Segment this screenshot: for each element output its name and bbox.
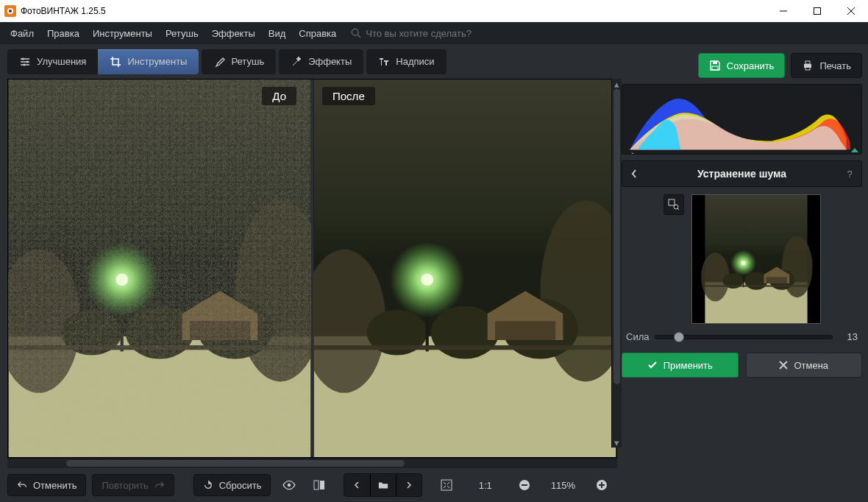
save-label: Сохранить <box>727 60 775 71</box>
zoom-ratio[interactable]: 1:1 <box>464 480 506 491</box>
sliders-icon <box>19 56 31 68</box>
menu-search[interactable] <box>344 28 513 39</box>
panel-title: Устранение шума <box>646 168 838 180</box>
save-icon <box>709 60 721 71</box>
text-icon <box>378 56 390 68</box>
menu-tools[interactable]: Инструменты <box>87 25 158 42</box>
chevron-left-icon <box>353 481 360 489</box>
tab-text-label: Надписи <box>396 56 434 67</box>
histogram[interactable] <box>622 84 862 155</box>
canvas-before: До <box>8 79 311 457</box>
cancel-button[interactable]: Отмена <box>746 353 863 378</box>
scroll-down-icon[interactable]: ▾ <box>612 437 622 448</box>
horizontal-scrollbar[interactable] <box>7 458 617 468</box>
vertical-scrollbar[interactable]: ▴ ▾ <box>611 79 622 448</box>
undo-button[interactable]: Отменить <box>7 474 86 496</box>
canvas[interactable]: До После <box>7 79 617 458</box>
svg-point-23 <box>24 63 26 66</box>
chevron-right-icon <box>405 481 413 489</box>
maximize-button[interactable] <box>800 0 834 22</box>
plus-icon <box>596 479 608 491</box>
tab-text[interactable]: Надписи <box>366 49 446 74</box>
prev-file-button[interactable] <box>344 474 370 496</box>
zoom-out-button[interactable] <box>512 474 536 496</box>
tab-effects[interactable]: Эффекты <box>279 49 363 74</box>
svg-point-19 <box>352 29 359 35</box>
panel-back-button[interactable] <box>622 169 646 179</box>
svg-line-20 <box>357 35 360 38</box>
svg-point-21 <box>22 57 24 60</box>
zoom-in-button[interactable] <box>590 474 614 496</box>
zoom-percent[interactable]: 115% <box>542 480 584 491</box>
tab-retouch[interactable]: Ретушь <box>202 49 276 74</box>
compare-icon <box>313 479 325 491</box>
histogram-marker-right[interactable] <box>851 148 858 152</box>
menu-help[interactable]: Справка <box>293 25 342 42</box>
svg-rect-25 <box>314 481 319 489</box>
scroll-thumb-v[interactable] <box>613 89 620 384</box>
svg-point-22 <box>26 60 29 63</box>
tab-tools[interactable]: Инструменты <box>98 49 199 74</box>
print-button[interactable]: Печать <box>791 53 862 78</box>
reset-button[interactable]: Сбросить <box>193 474 271 496</box>
close-button[interactable] <box>834 0 868 22</box>
brush-icon <box>213 56 225 68</box>
svg-point-14 <box>9 10 12 13</box>
redo-icon <box>154 480 165 490</box>
panel-header: Устранение шума ? <box>622 160 862 187</box>
svg-point-24 <box>288 484 291 487</box>
save-button[interactable]: Сохранить <box>698 53 786 78</box>
menu-edit[interactable]: Правка <box>41 25 85 42</box>
scroll-up-icon[interactable]: ▴ <box>612 79 622 89</box>
app-icon <box>4 5 16 17</box>
svg-line-40 <box>677 208 679 210</box>
loupe-icon <box>668 199 680 211</box>
apply-label: Применить <box>664 360 713 371</box>
canvas-after: После <box>311 79 616 457</box>
strength-label: Сила <box>626 331 649 342</box>
right-panel: Сохранить Печать Устранение шума ? <box>622 44 868 502</box>
svg-rect-29 <box>522 484 527 486</box>
close-icon <box>779 361 788 370</box>
noise-preview[interactable] <box>691 194 821 324</box>
minimize-button[interactable] <box>766 0 800 22</box>
print-icon <box>802 60 814 71</box>
crop-icon <box>110 56 121 68</box>
main-tabs: Улучшения Инструменты Ретушь Эффекты <box>0 44 622 79</box>
search-input[interactable] <box>366 28 513 39</box>
tab-enhance-label: Улучшения <box>37 56 86 67</box>
svg-rect-33 <box>713 61 717 64</box>
svg-rect-27 <box>441 480 452 490</box>
compare-button[interactable] <box>307 474 332 496</box>
tab-tools-label: Инструменты <box>127 56 187 67</box>
menu-file[interactable]: Файл <box>4 25 40 42</box>
menu-view[interactable]: Вид <box>263 25 292 42</box>
svg-rect-16 <box>814 8 821 15</box>
next-file-button[interactable] <box>396 474 421 496</box>
reset-icon <box>203 480 213 490</box>
menu-effects[interactable]: Эффекты <box>206 25 261 42</box>
print-label: Печать <box>819 60 851 71</box>
preview-button[interactable] <box>277 474 301 496</box>
apply-button[interactable]: Применить <box>622 353 739 378</box>
minus-icon <box>519 479 530 491</box>
open-folder-button[interactable] <box>370 474 396 496</box>
eye-icon <box>282 478 296 492</box>
tab-enhance[interactable]: Улучшения <box>7 49 98 74</box>
check-icon <box>647 360 658 370</box>
search-icon <box>351 28 361 38</box>
tab-effects-label: Эффекты <box>308 56 352 67</box>
svg-rect-38 <box>669 199 675 205</box>
svg-rect-34 <box>712 66 718 70</box>
chevron-left-icon <box>630 169 638 179</box>
redo-label: Повторить <box>102 480 148 491</box>
strength-slider[interactable] <box>655 335 833 339</box>
scroll-thumb-h[interactable] <box>66 460 405 467</box>
preview-zoom-button[interactable] <box>664 194 684 215</box>
menu-retouch[interactable]: Ретушь <box>160 25 204 42</box>
panel-help-button[interactable]: ? <box>838 169 861 180</box>
fit-button[interactable] <box>434 474 458 496</box>
redo-button[interactable]: Повторить <box>92 474 174 496</box>
after-badge: После <box>322 87 375 105</box>
slider-thumb[interactable] <box>674 332 684 342</box>
